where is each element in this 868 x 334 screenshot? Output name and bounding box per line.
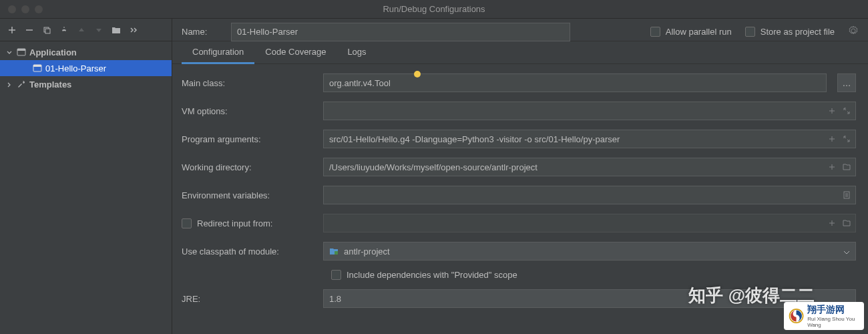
redirect-input-row: Redirect input from: xyxy=(182,214,856,232)
checkbox-icon xyxy=(331,270,341,280)
application-icon xyxy=(32,63,43,73)
vm-options-row: VM options: xyxy=(182,102,856,120)
field-label: Main class: xyxy=(182,78,316,88)
redirect-checkbox[interactable] xyxy=(182,218,192,228)
select-value: antlr-project xyxy=(344,246,390,257)
browse-button[interactable]: … xyxy=(837,73,856,92)
field-label: Use classpath of module: xyxy=(182,246,316,257)
svg-rect-5 xyxy=(33,65,41,67)
svg-rect-7 xyxy=(335,251,338,255)
expand-icon[interactable] xyxy=(841,106,852,116)
program-args-row: Program arguments: xyxy=(182,130,856,148)
tree-node-hello-parser[interactable]: 01-Hello-Parser xyxy=(0,60,172,76)
allow-parallel-checkbox[interactable]: Allow parallel run xyxy=(650,27,732,37)
folder-icon[interactable] xyxy=(841,162,852,172)
name-input[interactable] xyxy=(231,23,570,41)
move-down-icon[interactable] xyxy=(93,25,104,35)
add-config-icon[interactable] xyxy=(7,25,17,35)
main-class-input[interactable] xyxy=(323,73,827,92)
checkbox-label: Allow parallel run xyxy=(666,27,732,37)
chevron-down-icon xyxy=(7,47,13,57)
expand-icon[interactable] xyxy=(841,134,852,144)
tree-label: Templates xyxy=(29,79,71,90)
working-dir-input[interactable] xyxy=(323,158,856,176)
logo-badge: 翔手游网 Rui Xiang Shou You Wang xyxy=(784,302,864,330)
name-label: Name: xyxy=(182,27,219,37)
store-project-checkbox[interactable]: Store as project file xyxy=(745,27,835,37)
field-label: Redirect input from: xyxy=(197,218,272,228)
tree-label: 01-Hello-Parser xyxy=(45,63,106,73)
chevron-down-icon xyxy=(843,246,850,257)
config-tree: Application 01-Hello-Parser Templates xyxy=(0,41,172,92)
lightbulb-icon[interactable] xyxy=(414,71,421,77)
application-icon xyxy=(16,47,27,57)
add-icon[interactable] xyxy=(827,218,837,228)
include-deps-row: Include dependencies with "Provided" sco… xyxy=(182,270,856,280)
config-form: Main class: … VM options: Pro xyxy=(172,64,868,317)
svg-rect-1 xyxy=(45,29,50,33)
folder-icon[interactable] xyxy=(841,218,852,228)
field-label: Program arguments: xyxy=(182,134,316,144)
select-value: 1.8 xyxy=(329,294,341,304)
include-deps-checkbox[interactable]: Include dependencies with "Provided" sco… xyxy=(331,270,517,280)
more-actions-icon[interactable] xyxy=(128,25,139,35)
move-up-icon[interactable] xyxy=(76,25,87,35)
program-args-input[interactable] xyxy=(323,130,856,148)
working-dir-row: Working directory: xyxy=(182,158,856,176)
copy-config-icon[interactable] xyxy=(41,25,52,35)
logo-icon xyxy=(788,306,805,326)
tabs: Configuration Code Coverage Logs xyxy=(172,41,868,64)
main-class-row: Main class: … xyxy=(182,73,856,92)
svg-rect-3 xyxy=(17,49,25,51)
name-row: Name: Allow parallel run Store as projec… xyxy=(172,19,868,41)
module-folder-icon xyxy=(329,247,339,255)
vm-options-input[interactable] xyxy=(323,102,856,120)
field-label: Environment variables: xyxy=(182,190,316,200)
close-window-icon[interactable] xyxy=(8,5,16,13)
tree-label: Application xyxy=(29,47,77,57)
window-title: Run/Debug Configurations xyxy=(383,4,485,14)
classpath-row: Use classpath of module: antlr-project xyxy=(182,242,856,261)
list-icon[interactable] xyxy=(841,190,852,200)
add-icon[interactable] xyxy=(827,134,837,144)
field-label: VM options: xyxy=(182,106,316,116)
sidebar: Application 01-Hello-Parser Templates xyxy=(0,19,172,334)
folder-action-icon[interactable] xyxy=(111,25,122,35)
tab-code-coverage[interactable]: Code Coverage xyxy=(254,41,337,64)
chevron-right-icon xyxy=(7,79,13,90)
logo-text-cn: 翔手游网 xyxy=(807,304,860,316)
field-label: Working directory: xyxy=(182,162,316,172)
wrench-icon xyxy=(16,79,27,90)
env-vars-row: Environment variables: xyxy=(182,186,856,204)
checkbox-icon xyxy=(650,27,660,37)
tree-node-templates[interactable]: Templates xyxy=(0,76,172,92)
maximize-window-icon[interactable] xyxy=(35,5,43,13)
traffic-lights xyxy=(0,5,43,13)
checkbox-label: Store as project file xyxy=(761,27,835,37)
checkbox-icon xyxy=(745,27,755,37)
tree-node-application[interactable]: Application xyxy=(0,44,172,60)
redirect-input-field[interactable] xyxy=(323,214,856,232)
logo-text-en: Rui Xiang Shou You Wang xyxy=(807,316,860,328)
classpath-select[interactable]: antlr-project xyxy=(323,242,856,261)
add-icon[interactable] xyxy=(827,106,837,116)
tab-configuration[interactable]: Configuration xyxy=(182,41,254,64)
remove-config-icon[interactable] xyxy=(24,25,35,35)
minimize-window-icon[interactable] xyxy=(21,5,29,13)
env-vars-input[interactable] xyxy=(323,186,856,204)
edit-config-icon[interactable] xyxy=(59,25,69,35)
checkbox-label: Include dependencies with "Provided" sco… xyxy=(347,270,517,280)
gear-icon[interactable] xyxy=(848,25,859,38)
window-titlebar: Run/Debug Configurations xyxy=(0,0,868,19)
add-icon[interactable] xyxy=(827,162,837,172)
sidebar-toolbar xyxy=(0,19,172,41)
field-label: JRE: xyxy=(182,294,316,304)
tab-logs[interactable]: Logs xyxy=(337,41,377,64)
